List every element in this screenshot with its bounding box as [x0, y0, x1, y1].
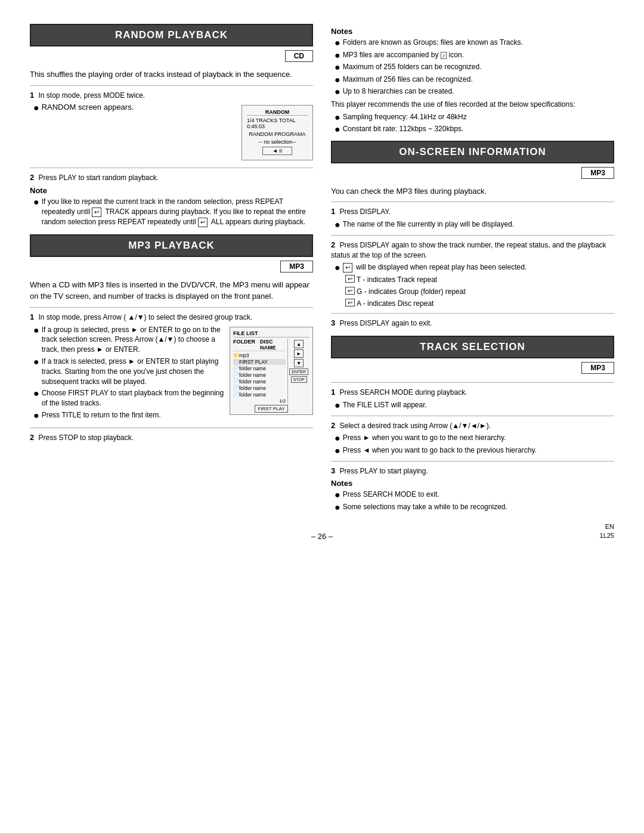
notes-top-label: Notes	[331, 27, 614, 36]
random-bullet-1: ● RANDOM screen appears.	[33, 103, 218, 113]
note-text-5: Up to 8 hierarchies can be created.	[343, 86, 454, 97]
on-screen-mp3-badge: MP3	[581, 167, 614, 179]
track-note-dot-1: ●	[335, 490, 340, 500]
fl-folder-name-1: folder name	[239, 366, 286, 371]
mp3-playback-header: MP3 PLAYBACK	[30, 234, 313, 257]
fl-doc-2: 📄	[233, 372, 239, 378]
mp3-icon: ♪	[441, 52, 447, 59]
on-screen-step-2: 2 Press DISPLAY again to show the track …	[331, 240, 614, 261]
track-step-3-text: Press PLAY to start playing.	[339, 467, 428, 475]
random-note-label: Note	[30, 186, 313, 195]
fl-ctrl-down[interactable]: ▼	[294, 359, 304, 367]
page-number: – 26 –	[311, 532, 333, 541]
repeat-items-list: ↩ T - indicates Track repeat ↩ G - indic…	[342, 275, 614, 308]
track-bullet-1: ● The FILE LIST will appear.	[335, 400, 614, 411]
fl-first-play-btn[interactable]: FIRST PLAY	[255, 405, 287, 413]
mp3-bullet-4: ● Press TITLE to return to the first ite…	[33, 410, 230, 421]
track-bullet-2b: ● Press ◄ when you want to go back to th…	[335, 445, 614, 456]
on-screen-info-header: ON-SCREEN INFORMATION	[331, 141, 614, 163]
random-playback-section: RANDOM PLAYBACK CD This shuffles the pla…	[30, 24, 313, 227]
track-bullet-1-text: The FILE LIST will appear.	[343, 400, 427, 410]
note-item-4: ● Maximum of 256 files can be recognized…	[335, 75, 614, 85]
mp3-playback-section: MP3 PLAYBACK MP3 When a CD with MP3 file…	[30, 234, 313, 443]
divider-10	[331, 461, 614, 462]
fl-ctrl-up[interactable]: ▲	[294, 340, 304, 348]
fl-folder-2: 📄 folder name	[233, 372, 286, 378]
mp3-step-2: 2 Press STOP to stop playback.	[30, 433, 313, 443]
divider-1	[30, 85, 313, 86]
mp3-bullet-dot-2: ●	[33, 357, 39, 367]
on-screen-mp3-badge-container: MP3	[331, 167, 614, 182]
fl-ctrl-enter[interactable]: ENTER	[289, 368, 308, 375]
fl-ctrl-play[interactable]: ►	[294, 349, 304, 358]
fl-doc-4: 📄	[233, 385, 239, 391]
on-screen-info-section: Notes ● Folders are known as Groups; fil…	[331, 27, 614, 329]
on-screen-dot-2: ●	[335, 262, 340, 273]
divider-6	[331, 235, 614, 236]
fl-mp3-name: mp3	[239, 352, 286, 358]
on-screen-step-3-text: Press DISPLAY again to exit.	[339, 319, 432, 327]
track-selection-header: TRACK SELECTION	[331, 336, 614, 358]
screen-title: RANDOM	[247, 109, 308, 116]
fl-col1-header: FOLDER	[233, 339, 260, 351]
mp3-bullet-1-text: If a group is selected, press ► or ENTER…	[42, 325, 230, 355]
fl-folder-5: 📄 folder name	[233, 392, 286, 398]
track-step-1-text: Press SEARCH MODE during playback.	[339, 388, 467, 397]
mp3-bullet-1: ● If a group is selected, press ► or ENT…	[33, 325, 230, 355]
random-playback-intro: This shuffles the playing order of track…	[30, 69, 313, 80]
divider-9	[331, 416, 614, 416]
track-repeat-icon-2: ↩	[198, 218, 208, 227]
on-screen-step-2-text: Press DISPLAY again to show the track nu…	[331, 241, 606, 259]
fl-controls-col: ▲ ► ▼ ENTER STOP	[287, 339, 309, 404]
screen-button: ◄ II	[262, 147, 292, 155]
on-screen-bullet-1: ● The name of the file currently in play…	[335, 219, 614, 230]
recommend-text: This player recommends the use of files …	[331, 100, 614, 110]
track-selection-badge: MP3	[581, 362, 614, 374]
spec-text-2: Constant bit rate: 112kbps ~ 320kbps.	[343, 124, 463, 134]
fl-doc-1: 📄	[233, 366, 239, 371]
mp3-bullet-dot-3: ●	[33, 388, 39, 399]
mp3-bullet-3: ● Choose FIRST PLAY to start playback fr…	[33, 388, 230, 408]
random-screen-mock: RANDOM 1/4 TRACKS TOTAL 0:45:03 RANDOM P…	[242, 105, 313, 160]
fl-fp-name: FIRST PLAY	[239, 359, 286, 365]
mp3-step-1: 1 In stop mode, press Arrow ( ▲/▼) to se…	[30, 312, 313, 323]
on-screen-intro: You can check the MP3 files during playb…	[331, 185, 614, 197]
track-step-3-num: 3	[331, 466, 335, 475]
note-dot-1: ●	[335, 38, 340, 48]
cd-badge-container: CD	[30, 50, 313, 66]
file-list-mock: FILE LIST FOLDER DISC NAME 📁 mp3	[230, 327, 313, 415]
repeat-icon-A: ↩	[345, 299, 355, 306]
on-screen-step-1: 1 Press DISPLAY.	[331, 207, 614, 217]
track-step-1: 1 Press SEARCH MODE during playback.	[331, 388, 614, 398]
fl-ctrl-stop[interactable]: STOP	[291, 376, 307, 383]
screen-selection: -- no selection--	[247, 139, 308, 145]
track-repeat-icon-1: ↩	[92, 208, 101, 217]
track-dot-2b: ●	[335, 445, 340, 456]
mp3-badge: MP3	[280, 261, 313, 272]
on-screen-bullet-1-text: The name of the file currently in play w…	[343, 219, 514, 230]
repeat-item-G: ↩ G - indicates Group (folder) repeat	[345, 287, 614, 297]
note-bullet-dot: ●	[33, 197, 39, 208]
note-item-1: ● Folders are known as Groups; files are…	[335, 38, 614, 48]
track-note-dot-2: ●	[335, 502, 340, 513]
track-selection-section: TRACK SELECTION MP3 1 Press SEARCH MODE …	[331, 336, 614, 512]
fl-row-mp3: 📁 mp3	[233, 352, 286, 358]
on-screen-step-2-num: 2	[331, 240, 335, 249]
track-step-2: 2 Select a desired track using Arrow (▲/…	[331, 421, 614, 431]
mp3-step-2-text: Press STOP to stop playback.	[38, 433, 134, 442]
page-code-line1: EN	[600, 522, 614, 531]
on-screen-step-3-num: 3	[331, 318, 335, 327]
note-text-3: Maximum of 255 folders can be recognized…	[343, 62, 482, 72]
divider-7	[331, 313, 614, 314]
file-list-header: FOLDER DISC NAME	[233, 339, 286, 351]
mp3-bullet-2: ● If a track is selected, press ► or ENT…	[33, 357, 230, 386]
track-step-2-text: Select a desired track using Arrow (▲/▼/…	[339, 422, 491, 430]
mp3-step-1-text: In stop mode, press Arrow ( ▲/▼) to sele…	[38, 313, 252, 321]
file-list-title: FILE LIST	[233, 330, 309, 337]
step-2-text: Press PLAY to start random playback.	[38, 174, 159, 182]
bullet-dot-1: ●	[33, 103, 39, 113]
page-footer: – 26 – EN 1L25	[30, 532, 614, 541]
fl-folder-name-5: folder name	[239, 392, 286, 398]
track-note-text-2: Some selections may take a while to be r…	[343, 502, 507, 512]
mp3-bullet-2-text: If a track is selected, press ► or ENTER…	[42, 357, 230, 386]
